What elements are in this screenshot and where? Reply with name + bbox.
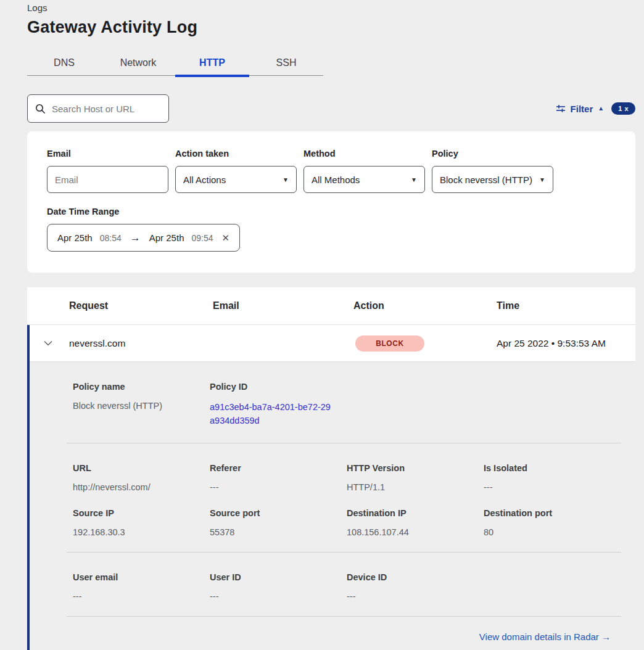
tab-bar: DNS Network HTTP SSH <box>27 51 323 76</box>
policy-id-link[interactable]: a91c3eb4-ba7a-4201-be72-29a934dd359d <box>210 401 331 428</box>
filter-panel: Email Action taken All Actions ▼ Method … <box>27 131 635 273</box>
action-cell: BLOCK <box>353 335 497 352</box>
referer-detail: Referer --- <box>210 463 347 492</box>
user-id-label: User ID <box>210 572 347 582</box>
policy-name-value: Block neverssl (HTTP) <box>73 401 210 411</box>
action-taken-field: Action taken All Actions ▼ <box>175 149 297 193</box>
date-range-picker[interactable]: Apr 25th 08:54 → Apr 25th 09:54 ✕ <box>47 224 240 252</box>
referer-value: --- <box>210 482 347 492</box>
end-date: Apr 25th <box>149 232 184 243</box>
date-range-field: Date Time Range Apr 25th 08:54 → Apr 25t… <box>47 207 616 252</box>
destination-port-label: Destination port <box>484 508 621 518</box>
policy-id-detail: Policy ID a91c3eb4-ba7a-4201-be72-29a934… <box>210 382 347 428</box>
method-value: All Methods <box>312 175 360 185</box>
source-ip-value: 192.168.30.3 <box>73 527 210 537</box>
tab-ssh[interactable]: SSH <box>249 51 323 75</box>
source-port-detail: Source port 55378 <box>210 508 347 537</box>
column-header-email: Email <box>213 300 353 311</box>
radar-link[interactable]: View domain details in Radar → <box>479 631 611 642</box>
policy-name-label: Policy name <box>73 382 210 392</box>
destination-ip-label: Destination IP <box>347 508 484 518</box>
chevron-down-icon: ▼ <box>539 176 545 183</box>
table-header-row: Request Email Action Time <box>27 287 635 325</box>
toolbar: Filter ▲ 1 x <box>27 94 635 123</box>
block-status-badge: BLOCK <box>355 335 424 352</box>
destination-ip-value: 108.156.107.44 <box>347 527 484 537</box>
user-email-detail: User email --- <box>73 572 210 601</box>
email-filter-field: Email <box>47 149 168 193</box>
details-footer: View domain details in Radar → <box>67 617 621 650</box>
start-date: Apr 25th <box>57 232 93 243</box>
url-detail: URL http://neverssl.com/ <box>73 463 210 492</box>
table-row[interactable]: neverssl.com BLOCK Apr 25 2022 • 9:53:53… <box>27 325 635 362</box>
filter-fields-row: Email Action taken All Actions ▼ Method … <box>47 149 616 193</box>
selected-row-accent-bar <box>27 325 30 650</box>
search-box <box>27 94 169 123</box>
page-title: Gateway Activity Log <box>27 18 644 37</box>
user-id-value: --- <box>210 591 347 601</box>
tab-network[interactable]: Network <box>101 51 175 75</box>
policy-label: Policy <box>432 149 553 158</box>
method-select[interactable]: All Methods ▼ <box>303 166 425 193</box>
policy-select[interactable]: Block neverssl (HTTP) ▼ <box>432 166 553 193</box>
user-email-label: User email <box>73 572 210 582</box>
filter-sliders-icon <box>556 104 566 113</box>
collapse-row-chevron-icon[interactable] <box>27 340 69 346</box>
request-detail-group: URL http://neverssl.com/ Referer --- HTT… <box>67 443 621 552</box>
column-header-request: Request <box>69 300 213 311</box>
is-isolated-label: Is Isolated <box>484 463 621 473</box>
http-version-value: HTTP/1.1 <box>347 482 484 492</box>
source-ip-detail: Source IP 192.168.30.3 <box>73 508 210 537</box>
source-ip-label: Source IP <box>73 508 210 518</box>
row-details-panel: Policy name Block neverssl (HTTP) Policy… <box>27 362 635 650</box>
user-detail-group: User email --- User ID --- Device ID --- <box>67 553 621 616</box>
policy-name-detail: Policy name Block neverssl (HTTP) <box>73 382 210 428</box>
request-cell: neverssl.com <box>69 338 213 349</box>
url-label: URL <box>73 463 210 473</box>
is-isolated-detail: Is Isolated --- <box>484 463 621 492</box>
is-isolated-value: --- <box>484 482 621 492</box>
close-icon[interactable]: ✕ <box>222 232 230 244</box>
policy-detail-group: Policy name Block neverssl (HTTP) Policy… <box>67 362 621 443</box>
time-cell: Apr 25 2022 • 9:53:53 AM <box>497 338 635 349</box>
action-taken-label: Action taken <box>175 149 297 158</box>
action-taken-select[interactable]: All Actions ▼ <box>175 166 297 193</box>
tab-dns[interactable]: DNS <box>27 51 101 75</box>
breadcrumb: Logs <box>27 2 644 13</box>
source-port-value: 55378 <box>210 527 347 537</box>
policy-id-label: Policy ID <box>210 382 347 392</box>
user-email-value: --- <box>73 591 210 601</box>
search-input[interactable] <box>52 104 161 114</box>
date-range-label: Date Time Range <box>47 207 616 216</box>
method-field: Method All Methods ▼ <box>303 149 425 193</box>
filter-toggle[interactable]: Filter ▲ 1 x <box>556 102 635 115</box>
action-taken-value: All Actions <box>183 175 226 185</box>
method-label: Method <box>303 149 425 158</box>
chevron-down-icon: ▼ <box>411 176 417 183</box>
end-time: 09:54 <box>191 233 213 243</box>
filter-label: Filter <box>571 104 593 114</box>
tab-http[interactable]: HTTP <box>175 51 249 75</box>
filter-count-badge[interactable]: 1 x <box>611 102 635 115</box>
email-filter-label: Email <box>47 149 168 158</box>
destination-port-detail: Destination port 80 <box>484 508 621 537</box>
search-icon <box>35 104 46 114</box>
destination-ip-detail: Destination IP 108.156.107.44 <box>347 508 484 537</box>
log-table: Request Email Action Time neverssl.com B… <box>27 287 635 650</box>
destination-port-value: 80 <box>484 527 621 537</box>
url-value: http://neverssl.com/ <box>73 482 210 492</box>
column-header-time: Time <box>497 300 635 311</box>
gateway-activity-log-page: Logs Gateway Activity Log DNS Network HT… <box>0 0 644 650</box>
start-time: 08:54 <box>100 233 122 243</box>
column-header-action: Action <box>353 300 497 311</box>
device-id-value: --- <box>347 591 484 601</box>
arrow-right-icon: → <box>129 232 142 244</box>
chevron-down-icon: ▼ <box>283 176 289 183</box>
http-version-detail: HTTP Version HTTP/1.1 <box>347 463 484 492</box>
chevron-up-icon: ▲ <box>598 105 604 112</box>
referer-label: Referer <box>210 463 347 473</box>
email-filter-input[interactable] <box>47 166 168 193</box>
source-port-label: Source port <box>210 508 347 518</box>
device-id-detail: Device ID --- <box>347 572 484 601</box>
policy-value: Block neverssl (HTTP) <box>440 175 532 185</box>
